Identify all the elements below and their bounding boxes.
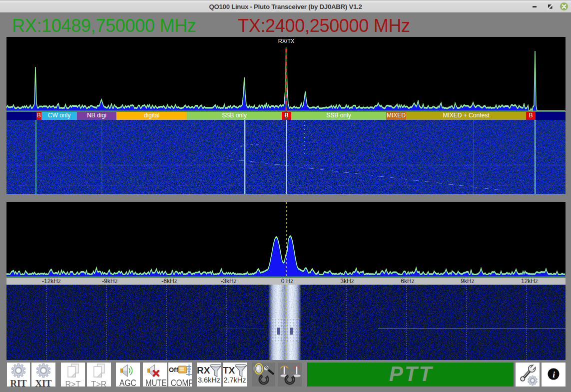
- svg-text:RX/TX: RX/TX: [278, 38, 295, 44]
- svg-text:i: i: [553, 370, 555, 380]
- svg-text:Off: Off: [169, 366, 178, 374]
